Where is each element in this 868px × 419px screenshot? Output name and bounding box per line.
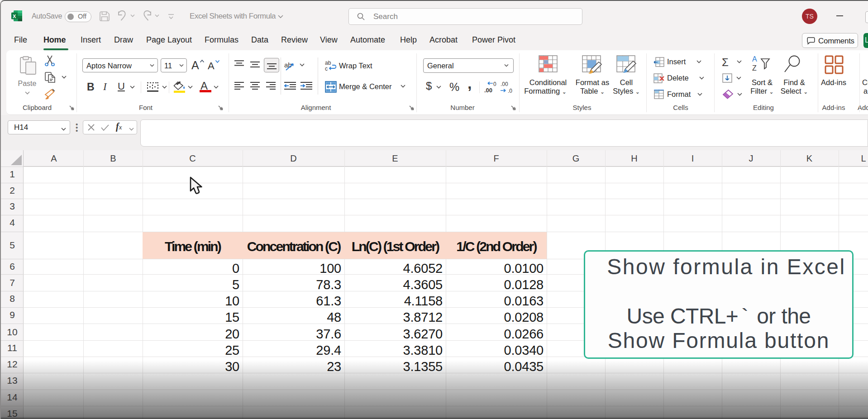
svg-text:ab: ab xyxy=(284,61,292,69)
svg-text:c: c xyxy=(325,66,328,71)
svg-text:.00: .00 xyxy=(484,87,492,93)
svg-text:.0: .0 xyxy=(508,88,512,93)
svg-text:ab: ab xyxy=(325,60,331,66)
svg-text:Z: Z xyxy=(752,64,757,72)
svg-text:.00: .00 xyxy=(501,81,508,87)
svg-text:0: 0 xyxy=(493,81,496,87)
svg-text:A: A xyxy=(752,55,757,63)
svg-text:X: X xyxy=(13,14,16,19)
